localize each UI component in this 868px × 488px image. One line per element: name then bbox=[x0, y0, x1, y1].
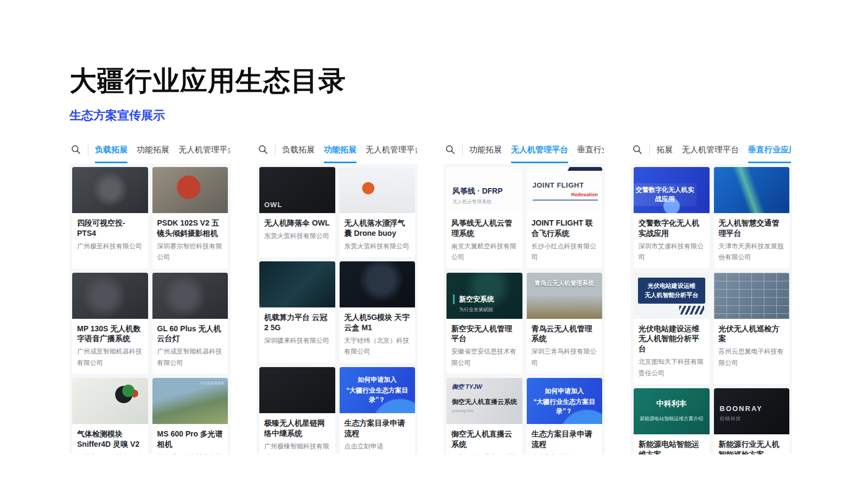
apply-banner-image: 如何申请加入 “大疆行业生态方案目录”？ bbox=[340, 367, 416, 413]
panel-header: 功能拓展 无人机管理平台 垂直行业 bbox=[444, 136, 605, 164]
product-card[interactable]: BOONRAY 伯镭科技 新能源行业无人机智能巡检方案 上海伯镭智能科技有限公司 bbox=[714, 388, 790, 454]
product-title: 四段可视空投-PTS4 bbox=[72, 213, 148, 241]
product-card[interactable]: 御空 TYJW 御空无人机直播云系统 yukong.live 御空无人机直播云系… bbox=[446, 378, 522, 454]
product-card[interactable]: 风筝线 · DFRP 无人机云管理系统 风筝线无人机云管理系统 南京大翼航空科技… bbox=[446, 167, 522, 268]
pv-decor-stripes bbox=[679, 306, 704, 314]
product-title: 无人机落水漂浮气囊 Drone buoy bbox=[340, 213, 416, 241]
product-card[interactable]: PSDK 102S V2 五镜头倾斜摄影相机 深圳赛尔智控科技有限公司 bbox=[152, 167, 228, 268]
product-card[interactable]: 无人机智慧交通管理平台 天津市天房科技发展股份有限公司 bbox=[714, 167, 790, 268]
search-icon[interactable] bbox=[71, 144, 81, 155]
product-card[interactable]: 机载算力平台 云冠2 5G 深圳疆来科技有限公司 bbox=[259, 261, 335, 363]
tab-vertical-industry[interactable]: 垂直行业应用 bbox=[748, 137, 791, 163]
product-image: 中科利丰 新能源电站智能运维方案介绍 bbox=[634, 388, 710, 434]
brand-watermark: YUSENSE bbox=[200, 381, 225, 386]
product-image bbox=[152, 273, 228, 319]
app-panel-vertical: 拓展 无人机管理平台 垂直行业应用 交警数字化无人机实战应用 交警数字化无人机实… bbox=[631, 136, 792, 454]
product-company: 南京大翼航空科技有限公司 bbox=[446, 241, 522, 268]
panel-body: OWL 无人机降落伞 OWL 东莞火萤科技有限公司 无人机落水漂浮气囊 Dron… bbox=[257, 164, 418, 454]
product-title: 御空无人机直播云系统 bbox=[446, 424, 522, 452]
product-company: 东莞火萤科技有限公司 bbox=[340, 241, 416, 257]
search-icon[interactable] bbox=[445, 144, 456, 155]
apply-title: 生态方案目录申请流程 bbox=[340, 413, 416, 441]
product-card[interactable]: OWL 无人机降落伞 OWL 东莞火萤科技有限公司 bbox=[259, 167, 335, 257]
product-card[interactable]: 四段可视空投-PTS4 广州极至科技有限公司 bbox=[72, 167, 148, 268]
owl-logo: OWL bbox=[264, 201, 282, 209]
banner-line-1: 如何申请加入 bbox=[545, 387, 584, 396]
apply-banner-card[interactable]: 如何申请加入 “大疆行业生态方案目录”？ 生态方案目录申请流程 点击立刻申请 bbox=[340, 367, 416, 454]
product-company: 深圳赛尔智控科技有限公司 bbox=[152, 241, 228, 268]
police-banner-text: 交警数字化无人机实战应用 bbox=[634, 183, 697, 206]
product-card[interactable]: JOINT FLIGHT Redovation JOINT FLIGHT 联合飞… bbox=[527, 167, 603, 268]
product-title: 气体检测模块 Sniffer4D 灵嗅 V2 bbox=[72, 424, 148, 452]
dfrp-subtitle: 无人机云管理系统 bbox=[452, 198, 492, 206]
zhongke-lifeng-subtitle: 新能源电站智能运维方案介绍 bbox=[634, 415, 710, 422]
tab-bar: 功能拓展 无人机管理平台 垂直行业 bbox=[469, 136, 604, 164]
redovation-logo-text: Redovation bbox=[571, 192, 598, 197]
product-card[interactable]: 中科利丰 新能源电站智能运维方案介绍 新能源电站智能运维方案 北京中科利丰科技有… bbox=[634, 388, 710, 454]
product-title: MS 600 Pro 多光谱相机 bbox=[152, 424, 228, 452]
product-company: 广州极至科技有限公司 bbox=[72, 241, 148, 257]
tab-function-expansion[interactable]: 功能拓展 bbox=[137, 137, 169, 163]
tab-expansion-truncated[interactable]: 拓展 bbox=[656, 137, 673, 163]
product-company: 东莞火萤科技有限公司 bbox=[259, 230, 335, 247]
product-image: YUSENSE bbox=[152, 378, 228, 424]
apply-banner-card[interactable]: 如何申请加入 “大疆行业生态方案目录”？ 生态方案目录申请流程 点击立刻申请 bbox=[527, 378, 603, 454]
tab-bar: 拓展 无人机管理平台 垂直行业应用 bbox=[656, 136, 791, 164]
product-image: OWL bbox=[259, 167, 335, 213]
product-card[interactable]: 光伏无人机巡检方案 苏州云思翼电子科技有限公司 bbox=[714, 273, 790, 384]
tab-drone-management[interactable]: 无人机管理平台 bbox=[682, 137, 739, 163]
panel-header: 负载拓展 功能拓展 无人机管理平台 bbox=[257, 136, 418, 164]
search-icon[interactable] bbox=[258, 144, 269, 155]
apply-cta[interactable]: 点击立刻申请 bbox=[527, 452, 603, 454]
header-divider bbox=[649, 144, 650, 156]
product-card[interactable]: 青鸟云无人机管理系统 青鸟云无人机管理系统 深圳三青鸟科技有限公司 bbox=[527, 273, 603, 374]
tab-vertical-industry[interactable]: 垂直行业 bbox=[577, 137, 604, 163]
product-company: 长沙小红点科技有限公司 bbox=[527, 241, 603, 268]
tab-function-expansion[interactable]: 功能拓展 bbox=[324, 137, 356, 163]
product-image bbox=[259, 261, 335, 307]
apply-cta[interactable]: 点击立刻申请 bbox=[340, 441, 416, 454]
product-image: JOINT FLIGHT Redovation bbox=[527, 167, 603, 213]
product-card[interactable]: 气体检测模块 Sniffer4D 灵嗅 V2 深圳市可飞科技有限公司 bbox=[72, 378, 148, 454]
product-title: 光伏无人机巡检方案 bbox=[714, 319, 790, 346]
header-divider bbox=[462, 144, 463, 156]
product-image bbox=[259, 367, 335, 413]
panel-body: 交警数字化无人机实战应用 交警数字化无人机实战应用 深圳市艾虔科技有限公司 无人… bbox=[631, 164, 792, 454]
xinkongan-slogan: 为行业发展赋能 bbox=[459, 306, 493, 313]
product-card[interactable]: 无人机落水漂浮气囊 Drone buoy 东莞火萤科技有限公司 bbox=[340, 167, 416, 257]
app-panel-management: 功能拓展 无人机管理平台 垂直行业 风筝线 · DFRP 无人机云管理系统 风筝… bbox=[444, 136, 605, 454]
product-title: 无人机降落伞 OWL bbox=[259, 213, 335, 230]
tab-payload-expansion[interactable]: 负载拓展 bbox=[95, 137, 127, 163]
product-image bbox=[152, 167, 228, 213]
product-company: 天津市天房科技发展股份有限公司 bbox=[714, 241, 790, 268]
product-card[interactable]: YUSENSE MS 600 Pro 多光谱相机 长光禹辰信息技术与装备（青岛）… bbox=[152, 378, 228, 454]
product-company: 苏州云思翼电子科技有限公司 bbox=[714, 346, 790, 374]
tab-drone-management[interactable]: 无人机管理平台 bbox=[511, 137, 568, 163]
product-card[interactable]: 新空安系统 为行业发展赋能 新空安无人机管理平台 安徽省空安信息技术有限公司 bbox=[446, 273, 522, 374]
product-card[interactable]: 极臻无人机星链网络中继系统 广州极臻智能科技有限公司 bbox=[259, 367, 335, 454]
product-card[interactable]: GL 60 Plus 无人机云台灯 广州成至智能机器科技有限公司 bbox=[152, 273, 228, 374]
product-title: 新能源行业无人机智能巡检方案 bbox=[714, 434, 790, 454]
product-title: 新空安无人机管理平台 bbox=[446, 319, 522, 346]
app-panel-function: 负载拓展 功能拓展 无人机管理平台 OWL 无人机降落伞 OWL 东莞火萤科技有… bbox=[257, 136, 418, 454]
tab-drone-management[interactable]: 无人机管理平台 bbox=[178, 137, 229, 163]
product-company: 广州成至智能机器科技有限公司 bbox=[152, 346, 228, 374]
product-company: 深圳市艾虔科技有限公司 bbox=[634, 241, 710, 268]
product-card[interactable]: MP 130S 无人机数字语音广播系统 广州成至智能机器科技有限公司 bbox=[72, 273, 148, 374]
product-company: 深圳市可飞科技有限公司 bbox=[72, 452, 148, 454]
product-image bbox=[340, 167, 416, 213]
product-card[interactable]: 交警数字化无人机实战应用 交警数字化无人机实战应用 深圳市艾虔科技有限公司 bbox=[634, 167, 710, 268]
tab-function-expansion[interactable]: 功能拓展 bbox=[469, 137, 502, 163]
banner-line-2: “大疆行业生态方案目录”？ bbox=[340, 386, 416, 404]
product-card[interactable]: 光伏电站建设运维 无人机智能分析平台 光伏电站建设运维 无人机智能分析平台 北京… bbox=[634, 273, 710, 384]
tab-drone-management[interactable]: 无人机管理平台 bbox=[366, 137, 417, 163]
banner-line-2: “大疆行业生态方案目录”？ bbox=[527, 397, 603, 416]
product-card[interactable]: 无人机5G模块 天宇云盒 M1 天宇经纬（北京）科技有限公司 bbox=[340, 261, 416, 363]
zhongke-lifeng-logo-text: 中科利丰 bbox=[634, 399, 710, 409]
product-title: 风筝线无人机云管理系统 bbox=[446, 213, 522, 241]
tab-payload-expansion[interactable]: 负载拓展 bbox=[282, 137, 315, 163]
search-icon[interactable] bbox=[632, 144, 643, 155]
product-image bbox=[72, 273, 148, 319]
product-image bbox=[72, 167, 148, 213]
product-company: 北京图知天下科技有限责任公司 bbox=[634, 356, 710, 384]
